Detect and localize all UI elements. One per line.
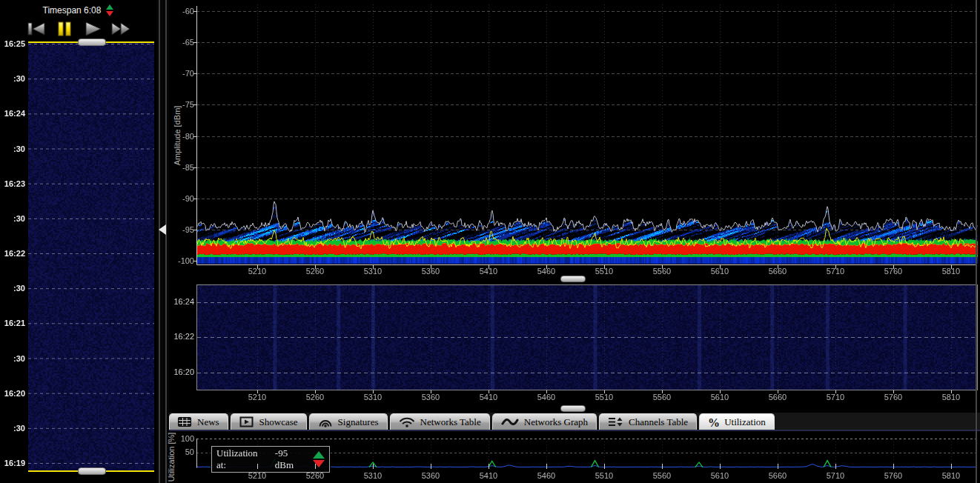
signal-rings-icon <box>318 416 333 427</box>
freq-tick-label: 5510 <box>589 393 619 402</box>
threshold-increase-arrow-icon[interactable] <box>313 451 325 459</box>
playback-controls <box>0 20 156 38</box>
tab-showcase[interactable]: Showcase <box>231 413 307 430</box>
threshold-value: -95 dBm <box>275 447 308 471</box>
tab-channels-table[interactable]: Channels Table <box>599 413 697 430</box>
nav-time-label: 16:20 <box>0 389 25 398</box>
freq-tick-label: 5760 <box>878 393 908 402</box>
axis-tick <box>546 390 547 393</box>
freq-tick-label: 5460 <box>532 471 561 480</box>
freq-tick-label: 5360 <box>416 471 446 480</box>
axis-tick <box>431 390 431 393</box>
freq-tick-label: 5410 <box>474 393 503 402</box>
session-waterfall-canvas <box>28 43 154 470</box>
spectrum-splitter-handle[interactable] <box>560 276 586 282</box>
axis-tick <box>893 390 894 393</box>
wave-icon <box>501 416 519 427</box>
freq-tick-label: 5610 <box>705 393 735 402</box>
timespan-decrease-arrow-icon[interactable] <box>106 11 113 16</box>
threshold-stepper[interactable] <box>313 451 325 467</box>
waterfall-splitter-handle[interactable] <box>560 405 586 412</box>
splitter-groove <box>159 0 160 483</box>
tab-networks-table[interactable]: Networks Table <box>390 413 490 430</box>
freq-tick-label: 5810 <box>936 393 966 402</box>
utilization-tick-label: 100 <box>175 434 194 443</box>
axis-tick <box>604 390 605 393</box>
axis-tick <box>720 390 721 393</box>
nav-time-label: 16:23 <box>0 179 25 188</box>
tab-label: Networks Graph <box>524 416 588 428</box>
tab-networks-graph[interactable]: Networks Graph <box>492 413 597 430</box>
play-button[interactable] <box>82 20 104 38</box>
waterfall-time-label: 16:24 <box>169 297 194 306</box>
table-grid-icon <box>178 416 192 427</box>
waterfall-top-handle[interactable] <box>78 39 106 46</box>
nav-time-label: 16:22 <box>0 249 25 258</box>
svg-text:%: % <box>708 416 719 428</box>
utilization-tick-label: 50 <box>175 447 194 456</box>
nav-time-label: :30 <box>0 284 25 293</box>
freq-tick-label: 5210 <box>242 393 272 402</box>
axis-tick <box>662 390 663 393</box>
nav-time-label: :30 <box>0 74 25 83</box>
nav-time-label: 16:21 <box>0 319 25 327</box>
pause-button[interactable] <box>53 20 76 38</box>
tab-label: Utilization <box>724 416 766 428</box>
tab-label: Showcase <box>259 416 298 428</box>
freq-tick-label: 5510 <box>589 471 619 480</box>
freq-tick-label: 5710 <box>821 471 850 480</box>
axis-tick <box>489 390 489 393</box>
threshold-label: Utilization at: <box>216 447 269 471</box>
nav-time-label: 16:25 <box>0 39 25 48</box>
nav-time-label: :30 <box>0 354 25 363</box>
spectrum-analyzer-window: Timespan 6:08 Amplitude [dBm] <box>0 0 980 483</box>
threshold-decrease-arrow-icon[interactable] <box>313 460 325 467</box>
view-tabbar: News Showcase Signatures Networks Tabl <box>169 413 980 431</box>
freq-tick-label: 5410 <box>474 471 503 480</box>
axis-tick <box>835 390 836 393</box>
splitter-groove <box>165 0 167 483</box>
channel-list-icon <box>608 416 623 427</box>
timespan-stepper[interactable] <box>106 4 113 16</box>
waterfall-time-label: 16:20 <box>169 367 194 376</box>
spectrum-waterfall-canvas <box>196 284 978 390</box>
freq-tick-label: 5560 <box>647 393 677 402</box>
nav-time-label: 16:19 <box>0 459 25 467</box>
fast-forward-button[interactable] <box>110 20 132 38</box>
tab-label: Networks Table <box>420 416 481 428</box>
window-right-edge <box>976 0 977 483</box>
utilization-threshold-box: Utilization at: -95 dBm <box>211 446 330 473</box>
skip-to-start-button[interactable] <box>25 20 47 38</box>
timespan-row: Timespan 6:08 <box>0 4 156 16</box>
freq-tick-label: 5610 <box>705 471 735 480</box>
axis-tick <box>373 390 374 393</box>
spectrum-density-canvas <box>187 0 980 271</box>
tab-signatures[interactable]: Signatures <box>309 413 388 430</box>
freq-tick-label: 5360 <box>416 393 446 402</box>
axis-tick <box>257 390 258 393</box>
amplitude-axis-label: Amplitude [dBm] <box>173 106 182 166</box>
freq-tick-label: 5760 <box>878 471 908 480</box>
play-box-icon <box>239 416 254 427</box>
wifi-icon <box>399 416 415 427</box>
tab-label: Signatures <box>338 416 379 428</box>
utilization-axis-label: Utilization [%] <box>167 433 176 482</box>
tab-news[interactable]: News <box>169 413 228 430</box>
tab-utilization[interactable]: % Utilization <box>699 413 775 430</box>
nav-time-label: 16:24 <box>0 109 25 118</box>
freq-tick-label: 5660 <box>763 471 792 480</box>
waterfall-bottom-handle[interactable] <box>78 467 106 475</box>
freq-tick-label: 5710 <box>821 393 850 402</box>
freq-tick-label: 5260 <box>300 393 330 402</box>
freq-tick-label: 5660 <box>763 393 792 402</box>
collapse-panel-arrow-icon[interactable] <box>159 224 166 235</box>
timespan-label: Timespan 6:08 <box>43 5 102 16</box>
panel-splitter[interactable] <box>156 0 169 483</box>
axis-tick <box>315 390 316 393</box>
timespan-increase-arrow-icon[interactable] <box>106 4 113 10</box>
nav-time-label: :30 <box>0 424 25 433</box>
waterfall-time-label: 16:22 <box>169 332 194 341</box>
freq-tick-label: 5460 <box>532 393 561 402</box>
axis-tick <box>778 390 778 393</box>
freq-tick-label: 5310 <box>358 471 388 480</box>
